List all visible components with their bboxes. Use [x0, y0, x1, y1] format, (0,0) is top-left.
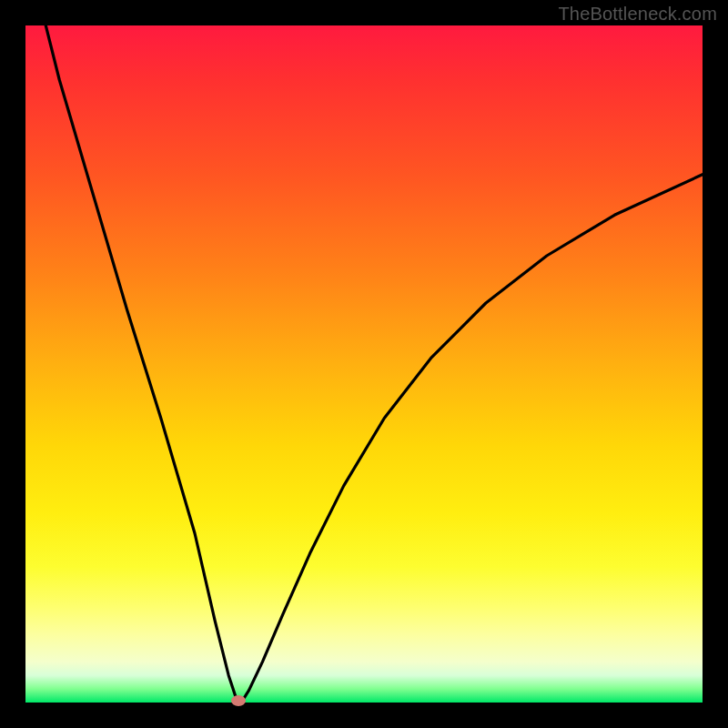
chart-frame: TheBottleneck.com — [0, 0, 728, 728]
curve-svg — [25, 25, 703, 703]
watermark-text: TheBottleneck.com — [558, 4, 717, 25]
bottleneck-curve — [46, 25, 703, 703]
optimum-marker — [231, 695, 246, 706]
plot-area — [25, 25, 703, 703]
